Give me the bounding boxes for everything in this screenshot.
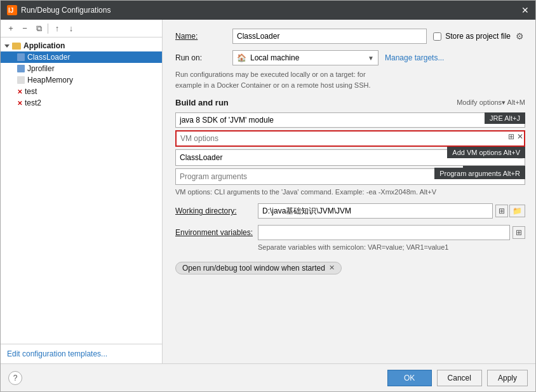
title-bar-left: IJ Run/Debug Configurations	[7, 5, 111, 15]
config-item-label: HeapMemory	[27, 76, 73, 84]
add-config-button[interactable]: +	[4, 22, 17, 35]
vm-options-close-button[interactable]: ✕	[516, 132, 524, 142]
name-label: Name:	[175, 32, 232, 41]
config-icon	[17, 53, 25, 61]
sdk-row: java 8 SDK of 'JVM' module ▼ JRE Alt+J	[175, 112, 525, 128]
config-tree: Application ClassLoader Jprofiler HeapMe…	[1, 37, 162, 344]
env-vars-icon: ⊞	[513, 226, 525, 239]
name-input[interactable]	[232, 29, 427, 44]
vm-options-icons: ⊞ ✕	[507, 132, 524, 142]
vm-options-input[interactable]	[175, 130, 525, 147]
main-content: + − ⧉ ↑ ↓ Application ClassLoader	[1, 20, 535, 363]
right-panel: Name: Store as project file ⚙ Run on: 🏠 …	[163, 20, 535, 363]
sidebar: + − ⧉ ↑ ↓ Application ClassLoader	[1, 20, 163, 363]
group-label: Application	[23, 41, 65, 50]
manage-targets-link[interactable]: Manage targets...	[385, 53, 444, 62]
app-icon: IJ	[7, 5, 17, 15]
config-icon-gray	[17, 76, 25, 84]
move-down-button[interactable]: ↓	[65, 22, 77, 35]
working-dir-label: Working directory:	[175, 206, 258, 215]
bottom-right: OK Cancel Apply	[387, 370, 528, 386]
toolbar-separator	[48, 24, 48, 34]
error-icon: ✕	[17, 88, 22, 95]
sdk-select[interactable]: java 8 SDK of 'JVM' module ▼	[175, 112, 525, 128]
config-item-jprofiler[interactable]: Jprofiler	[1, 63, 162, 74]
apply-button[interactable]: Apply	[487, 370, 528, 386]
house-icon: 🏠	[237, 53, 246, 62]
cancel-button[interactable]: Cancel	[437, 370, 482, 386]
store-checkbox[interactable]	[433, 32, 441, 41]
copy-config-button[interactable]: ⧉	[32, 22, 45, 35]
working-dir-row: Working directory: ⊞ 📁	[175, 203, 525, 219]
add-vm-popup: Add VM options Alt+V	[447, 147, 525, 158]
env-vars-label: Environment variables:	[175, 228, 258, 237]
application-group: Application ClassLoader Jprofiler HeapMe…	[1, 40, 162, 109]
sdk-value: java 8 SDK of 'JVM' module	[180, 116, 274, 125]
config-item-classloader[interactable]: ClassLoader	[1, 51, 162, 63]
gear-button[interactable]: ⚙	[514, 31, 525, 41]
env-vars-row: Environment variables: ⊞	[175, 225, 525, 240]
config-item-label: test2	[25, 98, 41, 107]
dialog-title: Run/Debug Configurations	[21, 6, 111, 15]
working-dir-browse-button[interactable]: 📁	[509, 205, 525, 217]
vm-options-container: ⊞ ✕ Add VM options Alt+V	[175, 130, 525, 147]
run-on-select[interactable]: 🏠 Local machine ▼	[232, 50, 379, 65]
run-on-label: Run on:	[175, 53, 232, 62]
working-dir-buttons: ⊞ 📁	[495, 205, 525, 217]
open-debug-label: Open run/debug tool window when started	[182, 264, 325, 273]
config-item-test[interactable]: ✕ test	[1, 86, 162, 97]
vm-options-expand-button[interactable]: ⊞	[507, 132, 515, 142]
run-on-row: Run on: 🏠 Local machine ▼ Manage targets…	[175, 50, 525, 65]
open-debug-close-icon[interactable]: ✕	[329, 264, 335, 272]
error-icon: ✕	[17, 100, 22, 107]
folder-icon	[12, 43, 21, 50]
prog-args-container: ⊞ ⛶ Program arguments Alt+R	[175, 168, 525, 185]
sidebar-toolbar: + − ⧉ ↑ ↓	[1, 20, 162, 37]
title-bar: IJ Run/Debug Configurations ✕	[1, 1, 535, 20]
move-up-button[interactable]: ↑	[51, 22, 64, 35]
name-row: Name: Store as project file ⚙	[175, 29, 525, 44]
store-label: Store as project file	[445, 32, 511, 41]
env-vars-input[interactable]	[258, 225, 510, 240]
remove-config-button[interactable]: −	[18, 22, 31, 35]
build-run-title: Build and run	[175, 98, 229, 107]
ok-button[interactable]: OK	[387, 370, 432, 386]
bottom-bar: ? OK Cancel Apply	[1, 363, 535, 391]
config-icon	[17, 65, 25, 72]
run-config-info: Run configurations may be executed local…	[175, 69, 525, 90]
vm-info-text: VM options: CLI arguments to the 'Java' …	[175, 187, 525, 197]
svg-text:IJ: IJ	[8, 7, 13, 14]
close-button[interactable]: ✕	[521, 6, 529, 15]
prog-args-popup: Program arguments Alt+R	[434, 168, 525, 179]
group-chevron-icon	[4, 44, 10, 48]
working-dir-edit-button[interactable]: ⊞	[495, 205, 508, 217]
run-on-value: Local machine	[250, 53, 299, 62]
config-item-test2[interactable]: ✕ test2	[1, 97, 162, 109]
config-item-label: test	[25, 87, 37, 96]
help-button[interactable]: ?	[8, 371, 22, 385]
jre-popup: JRE Alt+J	[485, 112, 525, 124]
select-arrow-icon: ▼	[368, 55, 374, 62]
working-dir-input[interactable]	[258, 203, 493, 219]
config-item-label: ClassLoader	[27, 53, 70, 62]
config-item-heapmemory[interactable]: HeapMemory	[1, 74, 162, 86]
env-sep-text: Separate variables with semicolon: VAR=v…	[258, 243, 525, 252]
bottom-left: ?	[8, 371, 22, 385]
build-run-section-header: Build and run Modify options▾ Alt+M	[175, 98, 525, 107]
open-debug-section: Open run/debug tool window when started …	[175, 262, 525, 274]
application-group-header[interactable]: Application	[1, 40, 162, 51]
run-debug-dialog: IJ Run/Debug Configurations ✕ + − ⧉ ↑ ↓	[0, 0, 536, 392]
store-checkbox-row: Store as project file ⚙	[433, 31, 525, 41]
modify-options-label[interactable]: Modify options▾ Alt+M	[457, 98, 525, 107]
config-item-label: Jprofiler	[27, 64, 55, 73]
env-vars-expand-button[interactable]: ⊞	[513, 226, 525, 239]
open-debug-tag[interactable]: Open run/debug tool window when started …	[175, 262, 342, 274]
edit-templates-link[interactable]: Edit configuration templates...	[7, 349, 107, 358]
sidebar-footer: Edit configuration templates...	[1, 344, 162, 363]
